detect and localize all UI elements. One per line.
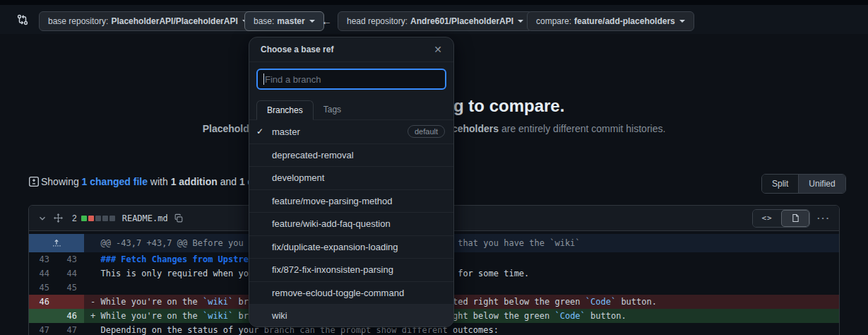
branch-item[interactable]: fix/duplicate-expansion-loading [249,235,453,259]
new-line-number: 45 [57,281,84,295]
code-segment: button. [585,311,626,321]
branch-item[interactable]: feature/move-parsing-method [249,189,453,213]
diffstat-square-neutral [109,216,115,221]
dropdown-caret-icon [309,20,315,25]
diffstat-square-deleted [88,216,94,221]
search-placeholder: Find a branch [265,74,321,85]
summary-part: with [148,176,171,187]
branch-item[interactable]: feature/wiki-add-faq-question [249,212,453,235]
diff-code-line [84,281,839,295]
summary-part: Showing [41,176,82,187]
base-ref-label: base: [254,16,274,26]
head-repository-value: Andre601/PlaceholderAPI [410,16,513,26]
dropdown-header: Choose a base ref ✕ [249,37,453,62]
diffstat-square-added [81,216,87,221]
code-segment: `Code` [585,297,616,307]
ref-tabs: BranchesTags [249,97,453,120]
dropdown-title: Choose a base ref [261,45,333,54]
kebab-menu-button[interactable]: ··· [817,213,831,223]
code-segment: ### Fetch Changes from Upstream [100,254,258,264]
check-icon: ✓ [256,127,272,136]
base-ref-value: master [277,16,304,26]
old-line-number: 45 [29,281,57,295]
old-line-number: 43 [29,252,57,266]
topbar-strip [0,0,868,5]
branch-item[interactable]: remove-ecloud-toggle-command [249,281,453,305]
expand-hunk-button[interactable] [29,234,84,252]
branch-name: feature/wiki-add-faq-question [272,218,445,229]
compare-ref-label: compare: [536,16,571,26]
old-line-number [29,309,57,323]
diff-render-toggle: <> [752,209,810,228]
tab-branches[interactable]: Branches [256,100,314,120]
dropdown-caret-icon [679,20,685,25]
diff-marker: + [90,309,100,323]
move-file-icon[interactable] [53,213,64,223]
old-line-number: 44 [29,266,57,281]
diffstat-square-neutral [102,216,108,221]
text-caret [263,74,264,85]
unified-view-button[interactable]: Unified [798,175,845,193]
branch-search-input[interactable]: Find a branch [256,69,446,90]
fold-up-icon [52,238,61,248]
code-segment: `wiki` [203,311,233,321]
new-line-number: 43 [57,252,84,266]
branch-name: wiki [272,310,445,321]
diff-view-toggle: SplitUnified [761,174,846,194]
head-repository-button[interactable]: head repository: Andre601/PlaceholderAPI [338,11,533,31]
dropdown-caret-icon [518,20,523,25]
old-line-number: 47 [29,323,57,335]
search-area: Find a branch [249,62,453,97]
default-badge: default [408,125,445,138]
code-segment: button. [616,297,657,307]
close-icon[interactable]: ✕ [434,44,442,55]
old-line-number: 46 [29,295,57,309]
split-view-button[interactable]: Split [762,175,798,193]
summary-part: 1 addition [171,176,218,187]
branch-item[interactable]: wiki [249,304,453,327]
changed-files-link[interactable]: 1 changed file [82,176,148,187]
base-repository-value: PlaceholderAPI/PlaceholderAPI [111,16,237,26]
diffstat [81,216,115,221]
code-segment: While you're on the [100,297,203,307]
changes-count: 2 [72,213,77,223]
diff-code-line: +While you're on the `wiki` branch on Gi… [84,309,839,323]
branch-item[interactable]: development [249,166,453,189]
back-arrow-icon: ← [321,15,332,27]
compare-toolbar: base repository: PlaceholderAPI/Placehol… [0,0,868,34]
rich-diff-button[interactable] [781,210,809,227]
branch-name: fix/duplicate-expansion-loading [272,242,445,252]
branch-name: remove-ecloud-toggle-command [272,288,445,298]
copy-path-icon[interactable] [174,213,184,223]
code-segment: `Code` [554,311,585,321]
branch-name: master [272,127,408,137]
diff-code-line: This is only required when your fork of … [84,266,839,281]
diff-code-line: -While you're on the `wiki` branch on Gi… [84,295,839,309]
head-repository-label: head repository: [347,16,408,26]
diff-code-line: ### Fetch Changes from Upstream [84,252,839,266]
branch-list: ✓masterdefaultdeprecated-removaldevelopm… [249,120,453,327]
diff-code-line: @@ -43,7 +43,7 @@ Before you make any ch… [84,234,839,252]
tab-tags[interactable]: Tags [314,100,351,119]
file-name[interactable]: README.md [122,213,168,223]
base-ref-dropdown: Choose a base ref ✕ Find a branch Branch… [249,37,454,327]
new-line-number: 46 [57,309,84,323]
new-line-number: 47 [57,323,84,335]
branch-name: fix/872-fix-inxonsisten-parsing [272,264,445,275]
branch-item[interactable]: deprecated-removal [249,143,453,167]
branch-name: development [272,172,445,183]
base-repository-button[interactable]: base repository: PlaceholderAPI/Placehol… [39,11,257,31]
code-segment: `wiki` [203,297,233,307]
branch-item[interactable]: ✓masterdefault [249,120,453,143]
collapse-file-chevron-icon[interactable] [37,213,47,223]
source-diff-button[interactable]: <> [753,210,781,227]
message-part: are entirely different commit histories. [499,123,665,134]
base-ref-button[interactable]: base: master [244,11,324,31]
compare-ref-value: feature/add-placeholders [574,16,675,26]
compare-ref-button[interactable]: compare: feature/add-placeholders [527,11,694,31]
new-line-number [57,295,84,309]
diffstat-square-neutral [95,216,101,221]
branch-name: deprecated-removal [272,150,445,160]
branch-name: feature/move-parsing-method [272,196,445,206]
branch-item[interactable]: fix/872-fix-inxonsisten-parsing [249,258,453,281]
